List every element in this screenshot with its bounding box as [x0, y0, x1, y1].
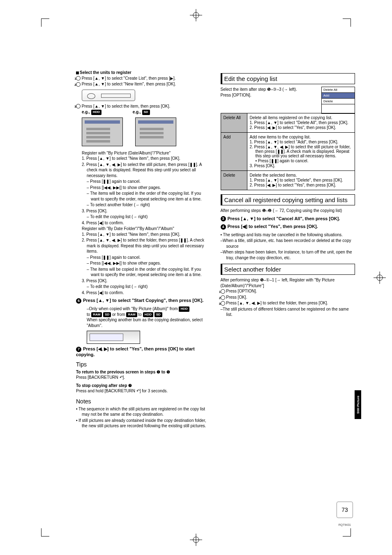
register-b-title: Register with "By Date Folder"/"By Album…: [76, 226, 211, 232]
cancel-heading: Cancel all registered copying setting an…: [221, 194, 355, 205]
side-tab: Still Picture: [355, 390, 361, 419]
cancel-intro: After performing steps ❶–❷ (→ 72, Copyin…: [221, 208, 355, 214]
menu-empty: [322, 104, 355, 113]
select-1: 1 Press [OPTION].: [221, 288, 355, 294]
cancel-b1: • The settings and lists may be cancelle…: [221, 232, 355, 238]
hdd-badge: HDD: [91, 110, 101, 115]
step-3: 3 Press [▲, ▼] to select the item, then …: [76, 104, 211, 109]
reg-b-3a: – To edit the copying list (→ right): [76, 284, 211, 290]
reg-a-2d: – To select another folder (→ right): [76, 202, 211, 208]
reg-b-2: 2. Press [▲, ▼, ◀, ▶] to select the fold…: [76, 237, 211, 254]
reg-a-4: 4. Press [◀] to confirm.: [76, 220, 211, 226]
option-menu: Delete All Add Delete: [321, 87, 355, 114]
row-delete-h: Delete: [221, 171, 247, 190]
device-illustration: [82, 90, 135, 101]
left-column: Select the units to register 1 Press [▲,…: [76, 70, 211, 429]
reg-a-1: 1. Press [▲, ▼] to select "New item", th…: [76, 156, 211, 161]
cancel-step-3: 3Press [▲, ▼] to select "Cancel All", th…: [221, 216, 355, 222]
cancel-step-4: 4Press [◀] to select "Yes", then press […: [221, 224, 355, 230]
reg-a-3a: – To edit the copying list (→ right): [76, 214, 211, 220]
menu-add[interactable]: Add: [322, 93, 355, 99]
select-heading: Select another folder: [221, 264, 355, 275]
step-6: 6Press [▲, ▼] to select "Start Copying",…: [76, 298, 211, 304]
menu-delete-all[interactable]: Delete All: [322, 87, 355, 93]
reg-b-2b: – Press [|◀◀, ▶▶|] to show other pages.: [76, 260, 211, 266]
eg-row: e.g., HDD e.g., SD: [76, 109, 211, 115]
edit-heading: Edit the copying list: [221, 73, 355, 84]
reg-a-2a: – Press [❚❚] again to cancel.: [76, 179, 211, 184]
row-add-h: Add: [221, 133, 247, 171]
notes-heading: Notes: [76, 398, 211, 405]
step-2: 2 Press [▲, ▼] to select "New Item", the…: [76, 81, 211, 87]
registration-mark-bottom: [190, 534, 202, 546]
row-delete-all-b: Delete all items registered on the copyi…: [247, 113, 355, 133]
album-illustration: [87, 331, 140, 344]
reg-b-4: 4. Press [◀] to confirm.: [76, 290, 211, 296]
row-delete-all-h: Delete All: [221, 113, 247, 133]
select-3a: –The still pictures of different folders…: [221, 306, 355, 318]
registration-mark-top: [190, 9, 202, 21]
reg-a-2b: – Press [|◀◀, ▶▶|] to show other pages.: [76, 185, 211, 191]
cancel-b1b: –When steps have been taken, for instanc…: [221, 249, 355, 260]
tips-1: Press [BACK/RETURN ↶].: [76, 375, 211, 380]
reg-b-1: 1. Press [▲, ▼] to select "New item", th…: [76, 232, 211, 237]
reg-b-3: 3. Press [OK].: [76, 278, 211, 284]
tips-2: Press and hold [BACK/RETURN ↶] for 3 sec…: [76, 388, 211, 394]
reg-b-2a: – Press [❚❚] again to cancel.: [76, 255, 211, 260]
select-3: 3 Press [▲, ▼, ◀, ▶] to select the folde…: [221, 300, 355, 306]
reg-a-2: 2. Press [▲, ▼, ◀, ▶] to select the stil…: [76, 162, 211, 179]
row-add-b: Add new items to the copying list. 1. Pr…: [247, 133, 355, 171]
tips-heading: Tips: [76, 361, 211, 368]
reg-a-3: 3. Press [OK].: [76, 208, 211, 214]
sd-badge: SD: [142, 110, 150, 115]
tips-2-bold: To stop copying after step ❼: [76, 383, 211, 389]
select-units-heading: Select the units to register: [76, 70, 211, 76]
operations-table: Delete All Delete all items registered o…: [221, 113, 355, 190]
screenshot-row: [76, 117, 211, 146]
cancel-b1a: –When a title, still picture, etc. has b…: [221, 238, 355, 249]
reg-a-2c: – The items will be copied in the order …: [76, 191, 211, 202]
tips-1-bold: To return to the previous screen in step…: [76, 369, 211, 375]
reg-b-2c: – The items will be copied in the order …: [76, 267, 211, 278]
footer-code: RQT9431: [339, 523, 351, 526]
right-column: Edit the copying list Select the item af…: [221, 70, 355, 429]
register-a-title: Register with "By Picture (Date/Album)"/…: [76, 150, 211, 156]
hdd-screen: [82, 117, 123, 146]
step-7: 7Press [◀, ▶] to select "Yes", then pres…: [76, 346, 211, 357]
notes-1: • The sequence in which the still pictur…: [76, 406, 211, 417]
sd-screen: [135, 117, 176, 146]
select-2: 2 Press [OK].: [221, 295, 355, 300]
menu-delete[interactable]: Delete: [322, 99, 355, 104]
registration-mark-right: [374, 272, 386, 284]
select-intro: After performing step ❺–①–1 [→ left, Reg…: [221, 277, 355, 288]
notes-2: • If still pictures are already containe…: [76, 418, 211, 429]
page-number: 73: [337, 502, 353, 518]
row-delete-b: Delete the selected items. 1. Press [▲, …: [247, 171, 355, 190]
step-1: 1 Press [▲, ▼] to select "Create List", …: [76, 76, 211, 81]
step-6-note: –Only when copied with "By Picture (Albu…: [76, 306, 211, 329]
